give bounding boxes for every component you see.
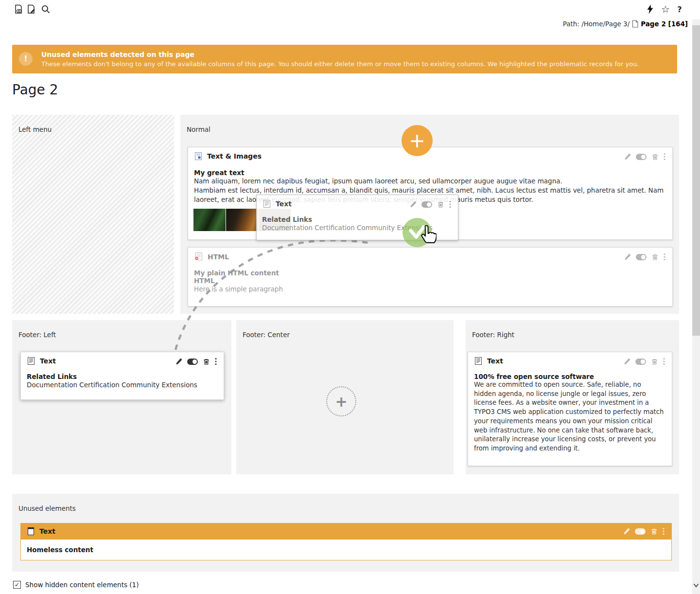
page-title: Page 2: [12, 82, 58, 98]
autumn-image-thumbnail: [226, 209, 258, 231]
element-body: Homeless content: [21, 540, 671, 560]
content-heading: My plain HTML content: [194, 269, 283, 277]
visibility-toggle-icon[interactable]: [636, 154, 647, 160]
edit-icon[interactable]: [623, 358, 630, 365]
more-options-icon[interactable]: [664, 253, 665, 261]
edit-icon[interactable]: [175, 358, 182, 365]
checkbox-label: Show hidden content elements (1): [25, 581, 139, 589]
page-module: ☆ ? Path: /Home/Page 3/ Page 2 [164] ! U…: [0, 0, 700, 594]
content-heading: Homeless content: [27, 546, 93, 554]
visibility-toggle-icon: [421, 201, 432, 208]
element-title: Text: [40, 357, 56, 365]
text-icon: [27, 527, 35, 535]
text-icon: [27, 357, 35, 365]
edit-icon[interactable]: [624, 253, 631, 261]
content-element-footer-right-text[interactable]: Text 100% free open source software We a…: [468, 352, 672, 466]
unused-element-header[interactable]: Text: [21, 523, 671, 540]
more-options-icon[interactable]: [663, 527, 665, 535]
edit-icon[interactable]: [623, 528, 630, 535]
element-actions: [623, 358, 665, 365]
show-hidden-elements-row[interactable]: ✓ Show hidden content elements (1): [13, 581, 139, 589]
plus-icon: +: [409, 129, 425, 152]
delete-icon[interactable]: [650, 528, 658, 535]
element-header[interactable]: Text: [27, 357, 56, 365]
column-label: Left menu: [18, 126, 52, 133]
content-element-unused-text[interactable]: Text Homeless content: [20, 523, 672, 560]
element-body: 100% free open source software We are co…: [474, 373, 665, 453]
text-icon: [474, 357, 482, 365]
delete-icon[interactable]: [203, 358, 210, 365]
element-title: HTML: [208, 253, 229, 261]
content-heading: 100% free open source software: [474, 373, 665, 380]
search-icon[interactable]: [40, 4, 51, 15]
content-subheading: HTML: [194, 277, 283, 285]
checkbox-checked[interactable]: ✓: [13, 581, 21, 589]
content-paragraph: Nam aliquam, lorem nec dapibus feugiat, …: [194, 177, 666, 186]
warning-icon: !: [19, 52, 33, 66]
vertical-scrollbar-thumb[interactable]: [692, 25, 700, 336]
element-actions: [409, 200, 451, 208]
visibility-toggle-icon[interactable]: [187, 359, 198, 365]
element-title: Text: [276, 200, 292, 208]
element-header[interactable]: Text: [474, 357, 503, 365]
bookmark-star-icon[interactable]: ☆: [660, 4, 671, 15]
text-images-icon: [194, 152, 202, 160]
element-body: Related Links Documentation Certificatio…: [27, 373, 197, 390]
content-heading: Related Links: [27, 373, 197, 380]
element-actions: [624, 153, 665, 161]
hand-cursor: [419, 225, 437, 246]
column-label: Footer: Center: [243, 331, 290, 339]
clear-cache-icon[interactable]: [645, 4, 655, 15]
content-paragraph: Documentation Certification Community Ex…: [27, 380, 197, 390]
column-label: Normal: [187, 126, 210, 133]
edit-page-icon[interactable]: [26, 4, 36, 15]
content-heading: My great text: [194, 169, 666, 177]
column-label: Footer: Left: [18, 331, 56, 339]
content-element-footer-left-text[interactable]: Text Related Links Documentation Certifi…: [20, 352, 224, 400]
more-options-icon[interactable]: [663, 358, 665, 365]
warning-description: These elements don't belong to any of th…: [41, 60, 639, 68]
breadcrumb-current-page: Page 2 [164]: [641, 20, 688, 28]
delete-icon[interactable]: [651, 153, 659, 161]
element-header[interactable]: Text & Images: [194, 152, 262, 160]
html-hidden-icon: [194, 252, 203, 261]
element-actions: [624, 253, 665, 261]
element-title: Text & Images: [207, 152, 262, 160]
element-body: My plain HTML content HTML Here is a sim…: [194, 269, 283, 294]
visibility-toggle-icon[interactable]: [635, 528, 646, 535]
edit-icon[interactable]: [624, 153, 631, 161]
scrollbar-down-arrow[interactable]: [693, 583, 699, 588]
visibility-toggle-icon[interactable]: [635, 359, 646, 365]
warning-banner: ! Unused elements detected on this page …: [12, 45, 677, 73]
element-title: Text: [39, 527, 55, 535]
page-icon: [632, 20, 638, 28]
element-title: Text: [487, 357, 503, 365]
element-actions: [175, 358, 217, 365]
plus-icon: +: [335, 393, 347, 410]
add-content-button[interactable]: +: [402, 125, 433, 156]
lightning-bolt-icon: [647, 4, 654, 14]
delete-icon[interactable]: [651, 358, 658, 365]
column-left-menu: Left menu: [12, 115, 174, 314]
page-view-icon: [14, 4, 23, 14]
content-element-html-hidden[interactable]: HTML My plain HTML content HTML Here is …: [188, 247, 673, 306]
element-header[interactable]: HTML: [194, 252, 229, 261]
more-options-icon: [449, 200, 451, 208]
forest-image-thumbnail: [193, 209, 226, 231]
page-edit-icon: [26, 4, 36, 14]
help-icon[interactable]: ?: [674, 4, 685, 15]
breadcrumb: Path: /Home/Page 3/ Page 2 [164]: [563, 20, 688, 28]
add-content-dropzone[interactable]: +: [326, 386, 356, 416]
visibility-toggle-icon[interactable]: [636, 254, 647, 260]
warning-title: Unused elements detected on this page: [41, 51, 194, 58]
more-options-icon[interactable]: [215, 358, 217, 365]
view-webpage-icon[interactable]: [13, 4, 24, 15]
element-actions: [623, 527, 665, 535]
more-options-icon[interactable]: [664, 153, 665, 161]
breadcrumb-path: Path: /Home/Page 3/: [563, 20, 630, 28]
delete-icon[interactable]: [651, 253, 659, 261]
text-icon: [263, 200, 271, 208]
column-label: Unused elements: [18, 504, 76, 512]
element-header: Text: [263, 200, 292, 208]
content-paragraph: We are committed to open source. Safe, r…: [474, 380, 665, 453]
